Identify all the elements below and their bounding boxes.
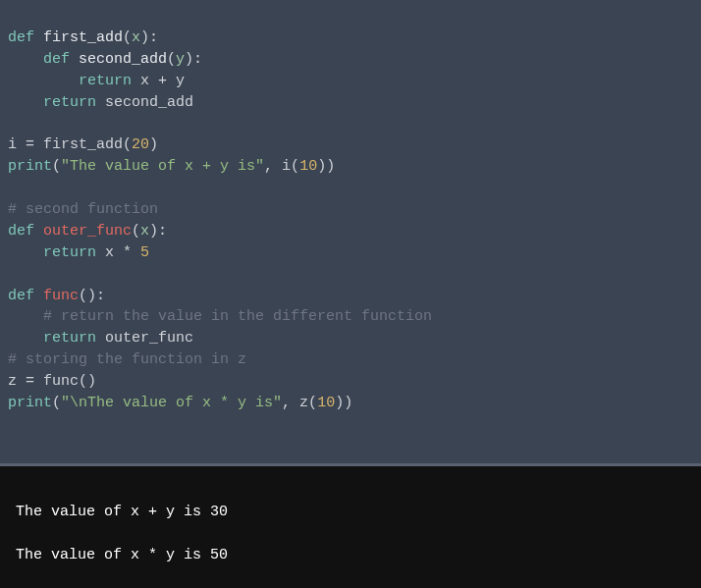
keyword-def: def bbox=[8, 29, 34, 46]
keyword-return: return bbox=[43, 94, 96, 111]
keyword-def: def bbox=[8, 288, 34, 304]
func-name: func bbox=[43, 288, 79, 304]
number-literal: 20 bbox=[132, 136, 149, 153]
output-line: The value of x * y is 50 bbox=[16, 547, 228, 563]
string-literal: "\nThe value of x * y is" bbox=[61, 395, 282, 411]
code-line: # storing the function in z bbox=[8, 351, 246, 368]
comment: # storing the function in z bbox=[8, 351, 246, 368]
code-line: # second function bbox=[8, 201, 158, 218]
code-line: def func(): bbox=[8, 288, 105, 304]
param: x bbox=[132, 29, 140, 46]
code-line: def first_add(x): bbox=[8, 29, 158, 46]
code-line: print("The value of x + y is", i(10)) bbox=[8, 158, 335, 175]
code-line: return outer_func bbox=[8, 330, 193, 347]
string-literal: "The value of x + y is" bbox=[61, 158, 264, 175]
code-line: def second_add(y): bbox=[8, 51, 202, 68]
code-line: print("\nThe value of x * y is", z(10)) bbox=[8, 395, 352, 411]
comment: # return the value in the different func… bbox=[43, 308, 432, 325]
func-name: second_add bbox=[79, 51, 167, 68]
number-literal: 10 bbox=[299, 158, 317, 175]
keyword-def: def bbox=[43, 51, 70, 68]
number-literal: 10 bbox=[317, 395, 335, 411]
code-editor: def first_add(x): def second_add(y): ret… bbox=[0, 0, 701, 463]
builtin-print: print bbox=[8, 395, 52, 411]
output-line: The value of x + y is 30 bbox=[16, 504, 228, 520]
comment: # second function bbox=[8, 201, 158, 218]
output-console: The value of x + y is 30 The value of x … bbox=[0, 463, 701, 588]
code-line: return x + y bbox=[8, 73, 185, 89]
keyword-return: return bbox=[79, 73, 132, 89]
keyword-return: return bbox=[43, 244, 96, 261]
keyword-return: return bbox=[43, 330, 96, 347]
keyword-def: def bbox=[8, 223, 34, 240]
func-name: first_add bbox=[43, 29, 123, 46]
code-line: return second_add bbox=[8, 94, 193, 111]
code-line: return x * 5 bbox=[8, 244, 149, 261]
code-line: z = func() bbox=[8, 373, 96, 390]
param: x bbox=[140, 223, 149, 240]
code-line: i = first_add(20) bbox=[8, 136, 158, 153]
builtin-print: print bbox=[8, 158, 52, 175]
func-name: outer_func bbox=[43, 223, 132, 240]
code-line: def outer_func(x): bbox=[8, 223, 167, 240]
number-literal: 5 bbox=[140, 244, 149, 261]
param: y bbox=[176, 51, 185, 68]
code-line: # return the value in the different func… bbox=[8, 308, 432, 325]
